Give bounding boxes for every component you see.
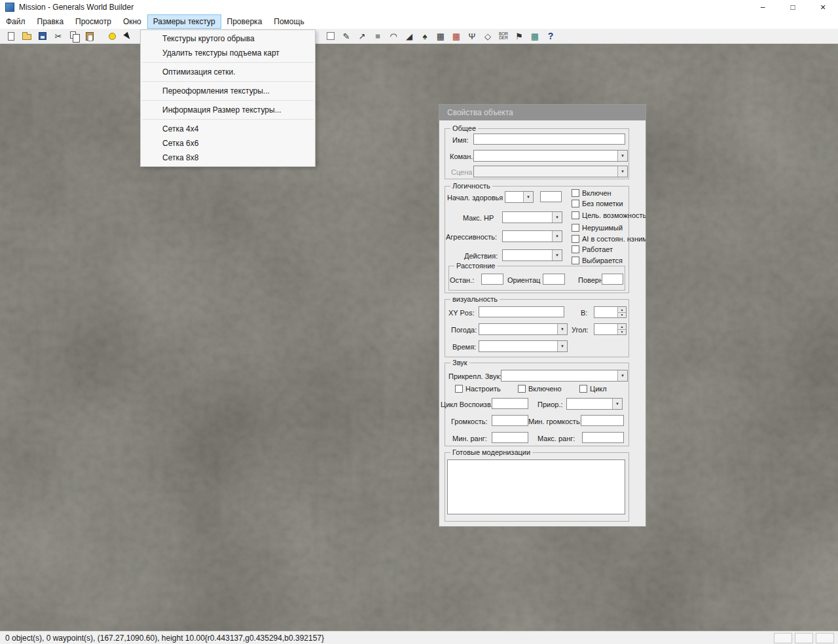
menu-window[interactable]: Окно [117, 14, 147, 29]
menu-view[interactable]: Просмотр [69, 14, 117, 29]
minimize-button[interactable]: – [748, 0, 778, 14]
xy-pos-input[interactable] [479, 306, 564, 317]
texture-grid-button[interactable]: ▦ [433, 29, 448, 43]
powered-checkbox[interactable] [572, 245, 579, 253]
spin-down-icon[interactable]: ▼ [618, 329, 626, 335]
menu-texture-sizes[interactable]: Размеры текстур [147, 14, 221, 29]
ai-state-checkbox[interactable] [572, 235, 579, 243]
spin-down-icon[interactable]: ▼ [618, 312, 626, 318]
attached-sound-combobox[interactable]: ▼ [501, 370, 628, 382]
time-combobox[interactable]: ▼ [479, 340, 568, 352]
max-range-input[interactable] [582, 432, 624, 443]
loop-count-input[interactable] [492, 398, 528, 409]
app-icon[interactable] [5, 3, 14, 12]
max-hp-combobox[interactable]: ▼ [502, 211, 562, 223]
enabled-checkbox[interactable] [572, 189, 579, 197]
ramp-tool-button[interactable]: ◢ [402, 29, 416, 43]
select-rect-button[interactable] [323, 29, 338, 43]
unmarked-checkbox[interactable] [572, 200, 579, 207]
targetable-checkbox[interactable] [572, 211, 579, 219]
cut-button[interactable]: ✂ [51, 29, 65, 43]
actions-combobox[interactable]: ▼ [502, 249, 562, 261]
menu-item-cliff-textures[interactable]: Текстуры крутого обрыва [141, 31, 315, 46]
volume-input[interactable] [492, 415, 528, 426]
customize-checkbox[interactable] [455, 385, 463, 393]
chevron-down-icon[interactable]: ▼ [552, 250, 562, 260]
open-map-button[interactable] [20, 29, 34, 43]
min-range-input[interactable] [492, 432, 528, 443]
water-grid-button[interactable]: ▦ [528, 29, 542, 43]
chevron-down-icon[interactable]: ▼ [617, 166, 627, 177]
texture-sizes-menu: Текстуры крутого обрыва Удалить текстуры… [140, 29, 316, 167]
road-fork-icon: Ψ [469, 32, 476, 41]
min-volume-input[interactable] [581, 415, 624, 426]
menu-item-remove-elevation-textures[interactable]: Удалить текстуры подъема карт [141, 46, 315, 60]
close-button[interactable]: × [808, 0, 838, 14]
menu-item-texture-size-info[interactable]: Информация Размер текстуры... [141, 103, 315, 117]
spin-up-icon[interactable]: ▲ [618, 307, 626, 312]
aggressiveness-combobox[interactable]: ▼ [502, 230, 562, 242]
team-combobox[interactable]: ▼ [473, 150, 628, 162]
menu-item-grid-8x8[interactable]: Сетка 8x8 [141, 151, 315, 165]
polyline-tool-button[interactable]: ↗ [355, 29, 369, 43]
select-pointer-button[interactable] [120, 29, 135, 43]
orientation-input[interactable] [543, 274, 565, 285]
menu-item-grid-4x4[interactable]: Сетка 4x4 [141, 122, 315, 136]
road-tool-button[interactable]: Ψ [465, 29, 479, 43]
menu-item-retexture[interactable]: Переоформления текстуры... [141, 84, 315, 98]
name-input[interactable] [473, 134, 625, 145]
menu-item-grid-6x6[interactable]: Сетка 6x6 [141, 136, 315, 151]
priority-combobox[interactable]: ▼ [566, 398, 623, 410]
new-map-button[interactable] [4, 29, 18, 43]
maximize-button[interactable]: □ [778, 0, 808, 14]
selectable-checkbox[interactable] [572, 257, 579, 264]
min-volume-label: Мин. громкость: [528, 418, 582, 425]
stop-input[interactable] [481, 274, 503, 285]
chevron-down-icon[interactable]: ▼ [557, 324, 567, 334]
paste-button[interactable] [82, 29, 97, 43]
b-spinner[interactable]: ▲▼ [594, 306, 627, 318]
copy-button[interactable] [67, 29, 81, 43]
turn-input[interactable] [602, 274, 623, 285]
dialog-title-bar[interactable]: Свойства объекта [439, 105, 646, 120]
mound-tool-button[interactable]: ◠ [386, 29, 401, 43]
pencil-tool-button[interactable]: ✎ [339, 29, 354, 43]
terrain-canvas[interactable] [0, 44, 838, 631]
menu-check[interactable]: Проверка [221, 14, 268, 29]
initial-health-input[interactable] [540, 191, 562, 202]
menu-item-grid-optimization[interactable]: Оптимизация сетки. [141, 65, 315, 79]
menu-edit[interactable]: Правка [31, 14, 70, 29]
tree-tool-button[interactable]: ♠ [418, 29, 432, 43]
menu-help[interactable]: Помощь [268, 14, 310, 29]
polygon-tool-button[interactable]: ◇ [481, 29, 495, 43]
chevron-down-icon[interactable]: ▼ [612, 399, 622, 409]
indestructible-checkbox[interactable] [572, 224, 579, 232]
menu-file[interactable]: Файл [0, 14, 31, 29]
ruler-icon: ≡ [375, 32, 380, 41]
save-map-button[interactable] [35, 29, 50, 43]
angle-input[interactable] [594, 324, 618, 334]
chevron-down-icon[interactable]: ▼ [523, 192, 533, 202]
angle-spinner[interactable]: ▲▼ [594, 323, 627, 335]
initial-health-combobox[interactable]: ▼ [505, 191, 534, 203]
spin-up-icon[interactable]: ▲ [618, 324, 626, 329]
loop-checkbox-label: Цикл [590, 385, 607, 393]
scene-combobox[interactable]: ▼ [473, 166, 628, 177]
ruler-tool-button[interactable]: ≡ [371, 29, 385, 43]
chevron-down-icon[interactable]: ▼ [557, 341, 567, 351]
impassable-grid-button[interactable]: ▦ [449, 29, 464, 43]
chevron-down-icon[interactable]: ▼ [617, 151, 627, 161]
border-tool-button[interactable]: BOR DER [496, 29, 511, 43]
brush-options-button[interactable] [105, 29, 119, 43]
help-button[interactable]: ? [543, 29, 558, 43]
b-input[interactable] [594, 307, 618, 317]
chevron-down-icon[interactable]: ▼ [552, 231, 562, 241]
upgrades-listbox[interactable] [447, 459, 625, 514]
chevron-down-icon[interactable]: ▼ [552, 212, 562, 223]
attached-sound-label: Прикрепл. Звук: [448, 372, 501, 380]
chevron-down-icon[interactable]: ▼ [617, 370, 627, 381]
waypoint-flag-button[interactable]: ⚑ [512, 29, 526, 43]
loop-checkbox[interactable] [579, 385, 587, 393]
weather-combobox[interactable]: ▼ [479, 323, 568, 335]
sound-enabled-checkbox[interactable] [518, 385, 526, 393]
